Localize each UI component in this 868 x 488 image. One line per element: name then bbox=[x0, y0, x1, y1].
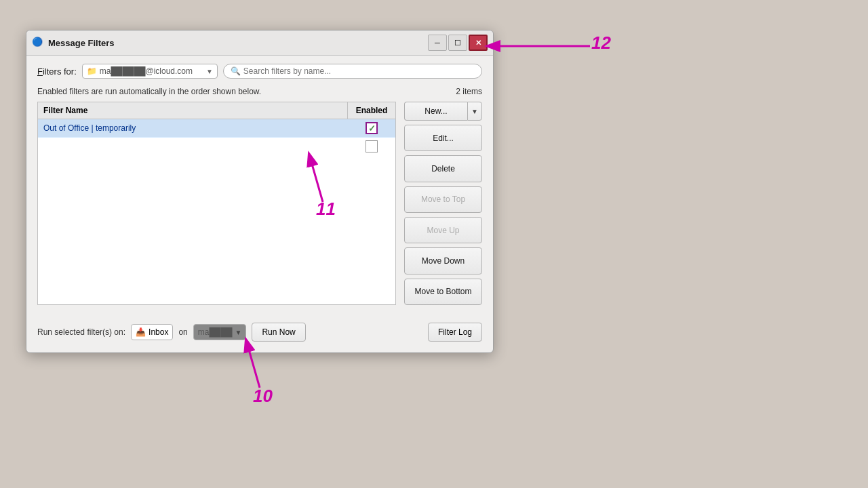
arrow-12-svg bbox=[481, 34, 604, 61]
enabled-checkbox-unchecked[interactable] bbox=[366, 140, 378, 152]
minimize-button[interactable]: ─ bbox=[428, 35, 447, 51]
annotation-12-label: 12 bbox=[591, 33, 611, 54]
message-filters-dialog: 🔵 Message Filters ─ ☐ ✕ Filters for: 📁 m… bbox=[26, 30, 494, 353]
bottom-bar: Run selected filter(s) on: 📥 Inbox on ma… bbox=[26, 323, 493, 342]
account-icon: 📁 bbox=[87, 66, 97, 76]
enabled-checkbox-checked[interactable] bbox=[366, 122, 378, 134]
new-button[interactable]: New... bbox=[404, 102, 467, 121]
mailbox-value: ma████ bbox=[198, 327, 233, 337]
empty-enabled bbox=[348, 138, 395, 155]
info-description: Enabled filters are run automatically in… bbox=[37, 87, 261, 96]
annotation-10-label: 10 bbox=[253, 386, 273, 407]
empty-name bbox=[38, 142, 348, 150]
filters-for-row: Filters for: 📁 ma██████@icloud.com ▼ 🔍 bbox=[37, 64, 482, 79]
item-count: 2 items bbox=[456, 87, 482, 96]
move-to-top-button[interactable]: Move to Top bbox=[404, 186, 482, 213]
annotation-12: 12 bbox=[481, 34, 604, 63]
new-dropdown-arrow[interactable]: ▼ bbox=[467, 102, 482, 121]
mailbox-arrow-icon: ▼ bbox=[235, 329, 241, 336]
filter-name: Out of Office | temporarily bbox=[38, 119, 348, 137]
inbox-dropdown[interactable]: 📥 Inbox bbox=[131, 324, 173, 340]
maximize-button[interactable]: ☐ bbox=[448, 35, 467, 51]
delete-button[interactable]: Delete bbox=[404, 155, 482, 182]
col-enabled: Enabled bbox=[348, 102, 395, 119]
inbox-icon: 📥 bbox=[136, 327, 146, 337]
title-bar: 🔵 Message Filters ─ ☐ ✕ bbox=[26, 30, 493, 56]
run-now-button[interactable]: Run Now bbox=[252, 323, 305, 342]
account-arrow-icon: ▼ bbox=[206, 68, 213, 75]
account-dropdown[interactable]: 📁 ma██████@icloud.com ▼ bbox=[82, 64, 218, 79]
title-controls: ─ ☐ ✕ bbox=[428, 35, 488, 51]
close-button[interactable]: ✕ bbox=[469, 35, 488, 51]
move-down-button[interactable]: Move Down bbox=[404, 247, 482, 274]
run-label: Run selected filter(s) on: bbox=[37, 327, 125, 337]
move-up-button[interactable]: Move Up bbox=[404, 217, 482, 243]
table-row[interactable]: Out of Office | temporarily bbox=[38, 119, 395, 138]
title-left: 🔵 Message Filters bbox=[32, 37, 115, 49]
main-content: Filter Name Enabled Out of Office | temp… bbox=[37, 102, 482, 305]
filter-list-header: Filter Name Enabled bbox=[38, 102, 395, 119]
search-box: 🔍 bbox=[223, 64, 482, 79]
filters-for-label: Filters for: bbox=[37, 66, 77, 77]
new-button-group: New... ▼ bbox=[404, 102, 482, 121]
dialog-body: Filters for: 📁 ma██████@icloud.com ▼ 🔍 E… bbox=[26, 56, 493, 313]
move-to-bottom-button[interactable]: Move to Bottom bbox=[404, 279, 482, 305]
col-filter-name: Filter Name bbox=[38, 102, 348, 119]
mailbox-dropdown[interactable]: ma████ ▼ bbox=[193, 324, 247, 340]
filter-enabled-cell bbox=[348, 119, 395, 137]
inbox-label: Inbox bbox=[149, 327, 168, 337]
filter-list-panel: Filter Name Enabled Out of Office | temp… bbox=[37, 102, 396, 305]
dialog-title: Message Filters bbox=[48, 38, 115, 48]
search-icon: 🔍 bbox=[231, 66, 241, 76]
app-icon: 🔵 bbox=[32, 37, 44, 49]
search-input[interactable] bbox=[243, 66, 475, 76]
on-text: on bbox=[178, 327, 187, 337]
edit-button[interactable]: Edit... bbox=[404, 125, 482, 151]
filter-log-button[interactable]: Filter Log bbox=[428, 323, 482, 342]
buttons-panel: New... ▼ Edit... Delete Move to Top Move… bbox=[404, 102, 482, 305]
table-row-empty bbox=[38, 138, 395, 156]
info-row: Enabled filters are run automatically in… bbox=[37, 87, 482, 96]
account-value: ma██████@icloud.com bbox=[100, 66, 203, 76]
